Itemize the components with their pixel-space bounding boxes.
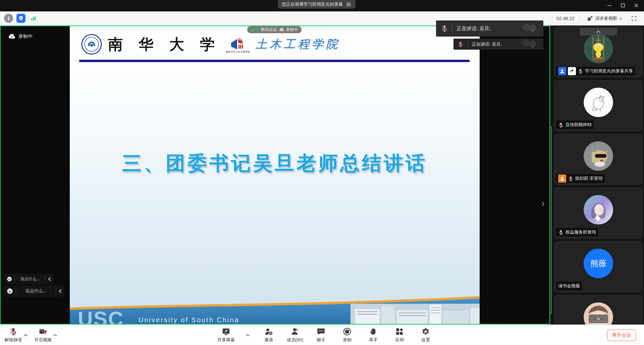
meeting-logo-watermark-icon <box>519 39 541 50</box>
shared-slide: 南 华 大 学 南华大学土木工程学院 土木工程学院 三、团委书记吴旦老师总结讲话 <box>70 26 480 324</box>
shared-screen-stage: 南 华 大 学 南华大学土木工程学院 土木工程学院 三、团委书记吴旦老师总结讲话 <box>0 26 550 325</box>
record-icon <box>343 327 352 336</box>
raise-hand-icon <box>369 327 378 336</box>
member-badge-icon <box>558 175 566 183</box>
caret-up-icon[interactable] <box>23 325 28 345</box>
mic-muted-icon <box>441 25 448 32</box>
participant-label: 读书会熊薇 <box>556 282 582 290</box>
civil-engineering-logo: 南华大学土木工程学院 <box>226 35 250 54</box>
camera-off-icon <box>39 327 47 336</box>
toolbar-item-left-0[interactable]: 解除静音 <box>5 325 22 345</box>
toolbar-item-label: 邀请 <box>264 337 273 343</box>
toolbar-item-label: 应用 <box>395 337 404 343</box>
ce-building-icon <box>229 35 247 50</box>
meeting-toolbar-top: i 02:46:22 演讲者视图 <box>0 11 644 26</box>
caret-up-icon[interactable] <box>52 325 58 345</box>
invite-icon <box>264 327 273 336</box>
meeting-info-icon[interactable]: i <box>4 14 13 23</box>
chat-placeholder[interactable]: 说点什么... <box>19 288 53 294</box>
emoji-icon[interactable] <box>7 288 13 294</box>
layout-view-icon <box>587 15 593 21</box>
chat-icon <box>317 327 325 336</box>
network-signal-icon[interactable] <box>29 14 38 23</box>
apps-icon <box>395 327 404 336</box>
toolbar-item-center-1[interactable]: 邀请 <box>260 325 277 345</box>
mic-muted-icon <box>458 41 464 47</box>
mic-off-icon <box>9 327 18 336</box>
close-button[interactable] <box>632 1 641 9</box>
slide-footer: USC University of South China <box>70 294 480 324</box>
member-badge-icon <box>558 67 566 75</box>
meeting-record-badge: 腾讯会议 录制中 <box>247 26 302 33</box>
toolbar-item-label: 举手 <box>369 337 378 343</box>
doge-sunglasses-avatar <box>584 141 613 171</box>
chevron-left-icon[interactable] <box>48 277 51 281</box>
watching-screen-label: 您正在观看学习部周亚兵的屏幕 <box>282 1 343 7</box>
toolbar-item-label: 录制 <box>343 337 352 343</box>
signal-bars-mini-icon <box>251 28 254 32</box>
toolbar-item-label: 共享屏幕 <box>217 337 235 343</box>
participant-tile[interactable]: 宣传部顾梓晗 <box>554 81 642 131</box>
view-mode-dropdown[interactable]: 演讲者视图 <box>584 14 625 23</box>
meeting-timer: 02:46:22 <box>552 14 579 23</box>
chat-placeholder[interactable]: 说点什么... <box>18 276 42 282</box>
share-screen-icon <box>222 327 230 336</box>
speaking-toast-text: 正在讲话: 吴旦; <box>472 41 502 47</box>
screen-share-badge-icon <box>568 67 576 75</box>
toolbar-item-left-1[interactable]: 开启视频 <box>34 325 52 345</box>
sidebar-scrollbar[interactable] <box>551 126 552 314</box>
participant-initials-avatar: 熊薇 <box>584 249 613 278</box>
participant-name: 学习部周亚兵的屏幕共享 <box>585 68 633 74</box>
toolbar-item-center-0[interactable]: 共享屏幕 <box>217 325 235 345</box>
chevron-left-icon[interactable] <box>59 289 62 293</box>
toolbar-item-center-3[interactable]: 聊天 <box>313 325 329 345</box>
college-name: 土木工程学院 <box>256 37 340 52</box>
toolbar-item-center-7[interactable]: 设置 <box>417 325 434 345</box>
toolbar-item-label: 设置 <box>421 337 430 343</box>
cloud-record-small-icon <box>279 27 284 32</box>
leave-meeting-label: 离开会议 <box>612 332 631 338</box>
mic-muted-icon <box>558 230 564 235</box>
screen-menu-icon[interactable] <box>346 2 352 6</box>
toolbar-item-center-2[interactable]: 成员(50) <box>286 325 303 345</box>
slide-title: 三、团委书记吴旦老师总结讲话 <box>70 150 480 177</box>
mic-muted-icon <box>558 122 564 128</box>
view-mode-label: 演讲者视图 <box>595 15 617 21</box>
maximize-button[interactable] <box>619 1 627 9</box>
participant-tile[interactable]: 学习部周亚兵的屏幕共享 <box>554 27 642 77</box>
toolbar-item-center-5[interactable]: 举手 <box>365 325 382 345</box>
emoji-icon[interactable] <box>7 276 12 282</box>
toolbar-item-center-4[interactable]: 录制 <box>339 325 356 345</box>
leave-meeting-button[interactable]: 离开会议 <box>607 330 636 341</box>
watching-screen-title[interactable]: 您正在观看学习部周亚兵的屏幕 <box>278 0 356 9</box>
slide-divider-line <box>79 60 470 62</box>
tencent-meeting-window: 您正在观看学习部周亚兵的屏幕 i 02:46:22 演讲者视图 <box>0 0 644 345</box>
mic-muted-icon <box>578 68 583 74</box>
participant-tile[interactable]: 权益服务部黄玮 <box>554 188 642 238</box>
participant-name: 权益服务部黄玮 <box>566 229 596 235</box>
speaking-toast: 正在讲话: 吴旦; <box>453 39 543 50</box>
participant-name: 宣传部顾梓晗 <box>566 122 592 128</box>
participant-label: 权益服务部黄玮 <box>556 228 598 237</box>
sidebar-collapse-handle[interactable]: › <box>541 198 545 208</box>
chat-quick-input[interactable]: 说点什么... <box>4 285 64 297</box>
chevron-down-icon <box>619 17 622 20</box>
fullscreen-button[interactable] <box>629 14 639 23</box>
caret-up-icon[interactable] <box>245 325 250 345</box>
minimize-button[interactable] <box>605 1 614 9</box>
toolbar-item-label: 成员(50) <box>286 337 303 343</box>
meeting-protect-shield-icon[interactable] <box>16 14 25 23</box>
participant-label: 学习部周亚兵的屏幕共享 <box>556 67 635 76</box>
toolbar-item-label: 开启视频 <box>34 337 52 343</box>
green-dot-icon <box>256 29 259 31</box>
scroll-up-button[interactable] <box>580 28 617 36</box>
participant-tile[interactable]: 组织部 宋章明 <box>554 134 642 185</box>
tweety-bird-avatar <box>584 34 613 63</box>
cat-sketch-avatar <box>584 88 613 117</box>
toolbar-item-center-6[interactable]: 应用 <box>391 325 408 345</box>
chat-quick-input[interactable]: 说点什么... <box>4 274 54 284</box>
campus-photo <box>351 304 480 324</box>
participant-tile[interactable]: 熊薇读书会熊薇 <box>554 242 642 292</box>
scroll-down-button[interactable] <box>589 314 608 323</box>
university-name: 南 华 大 学 <box>108 35 220 54</box>
